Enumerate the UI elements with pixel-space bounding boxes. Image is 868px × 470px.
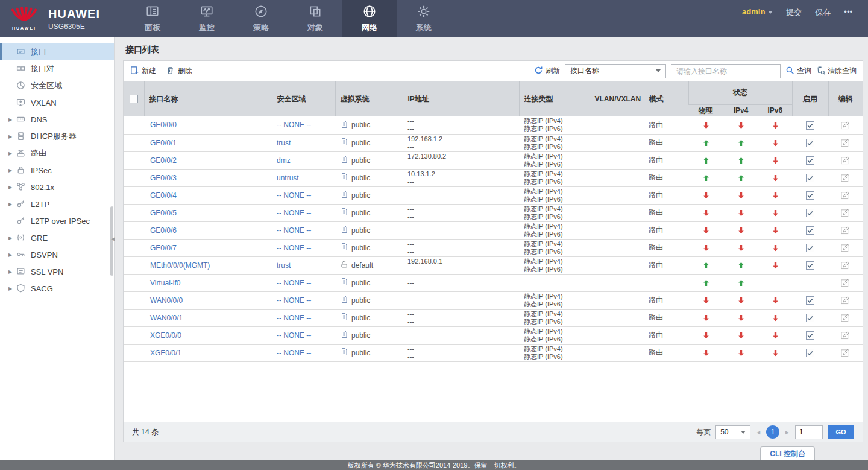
edit-button[interactable] bbox=[841, 208, 850, 217]
enable-checkbox[interactable] bbox=[806, 261, 814, 269]
column-header-vlan[interactable]: VLAN/VXLAN bbox=[590, 81, 644, 116]
security-zone-link[interactable]: -- NONE -- bbox=[277, 226, 311, 235]
expand-arrow-icon[interactable]: ▶ bbox=[8, 202, 16, 207]
expand-arrow-icon[interactable]: ▶ bbox=[8, 168, 16, 173]
security-zone-link[interactable]: dmz bbox=[277, 156, 291, 165]
edit-button[interactable] bbox=[841, 278, 850, 287]
interface-name-link[interactable]: GE0/0/0 bbox=[150, 121, 177, 129]
current-page-badge[interactable]: 1 bbox=[766, 425, 779, 439]
security-zone-link[interactable]: -- NONE -- bbox=[277, 244, 311, 252]
edit-button[interactable] bbox=[841, 121, 850, 129]
sidebar-item-dot1x[interactable]: ▶802.1x bbox=[0, 179, 114, 195]
sidebar-item-dhcp-server[interactable]: ▶DHCP服务器 bbox=[0, 128, 114, 145]
expand-arrow-icon[interactable]: ▶ bbox=[8, 134, 16, 139]
edit-button[interactable] bbox=[841, 243, 850, 252]
clear-query-button[interactable]: 清除查询 bbox=[816, 66, 857, 77]
column-header-ip[interactable]: IP地址 bbox=[403, 81, 519, 116]
interface-name-link[interactable]: WAN0/0/0 bbox=[150, 296, 183, 305]
expand-arrow-icon[interactable]: ▶ bbox=[8, 151, 16, 156]
security-zone-link[interactable]: -- NONE -- bbox=[277, 296, 311, 305]
expand-arrow-icon[interactable]: ▶ bbox=[8, 252, 16, 258]
prev-page-button[interactable]: ◄ bbox=[755, 429, 761, 436]
column-header-ipv4[interactable]: IPv4 bbox=[723, 104, 758, 116]
enable-checkbox[interactable] bbox=[806, 348, 814, 357]
enable-checkbox[interactable] bbox=[806, 208, 814, 217]
more-menu-button[interactable]: ••• bbox=[844, 7, 852, 16]
column-header-enable[interactable]: 启用 bbox=[792, 81, 828, 116]
enable-checkbox[interactable] bbox=[806, 226, 814, 234]
expand-arrow-icon[interactable]: ▶ bbox=[8, 269, 16, 275]
filter-field-select[interactable]: 接口名称 bbox=[565, 64, 666, 78]
edit-button[interactable] bbox=[841, 348, 850, 357]
interface-name-link[interactable]: GE0/0/1 bbox=[150, 139, 177, 147]
interface-name-link[interactable]: GE0/0/7 bbox=[150, 244, 177, 252]
enable-checkbox[interactable] bbox=[806, 156, 814, 164]
nav-tab-policy[interactable]: 策略 bbox=[234, 0, 288, 37]
security-zone-link[interactable]: -- NONE -- bbox=[277, 331, 311, 340]
expand-arrow-icon[interactable]: ▶ bbox=[8, 117, 16, 122]
edit-button[interactable] bbox=[841, 261, 850, 269]
interface-name-link[interactable]: GE0/0/6 bbox=[150, 226, 177, 235]
security-zone-link[interactable]: -- NONE -- bbox=[277, 121, 311, 129]
security-zone-link[interactable]: -- NONE -- bbox=[277, 191, 311, 200]
next-page-button[interactable]: ► bbox=[784, 429, 790, 436]
expand-arrow-icon[interactable]: ▶ bbox=[8, 185, 16, 190]
delete-button[interactable]: 删除 bbox=[166, 66, 192, 77]
interface-name-link[interactable]: GE0/0/3 bbox=[150, 174, 177, 182]
save-button[interactable]: 保存 bbox=[815, 7, 831, 18]
nav-tab-network[interactable]: 网络 bbox=[342, 0, 397, 37]
enable-checkbox[interactable] bbox=[806, 243, 814, 252]
enable-checkbox[interactable] bbox=[806, 296, 814, 304]
interface-name-link[interactable]: MEth0/0/0(MGMT) bbox=[150, 261, 210, 270]
go-button[interactable]: GO bbox=[828, 425, 854, 439]
interface-name-link[interactable]: GE0/0/4 bbox=[150, 191, 177, 200]
sidebar-item-ssl-vpn[interactable]: ▶SSL VPN bbox=[0, 263, 114, 280]
sidebar-item-interface[interactable]: 接口 bbox=[0, 43, 114, 60]
sidebar-item-gre[interactable]: ▶GRE bbox=[0, 229, 114, 246]
sidebar-item-l2tp[interactable]: ▶L2TP bbox=[0, 195, 114, 212]
enable-checkbox[interactable] bbox=[806, 121, 814, 129]
enable-checkbox[interactable] bbox=[806, 138, 814, 147]
sidebar-item-dsvpn[interactable]: ▶DSVPN bbox=[0, 246, 114, 263]
security-zone-link[interactable]: -- NONE -- bbox=[277, 349, 311, 357]
edit-button[interactable] bbox=[841, 226, 850, 234]
edit-button[interactable] bbox=[841, 191, 850, 199]
sidebar-item-sacg[interactable]: ▶SACG bbox=[0, 280, 114, 297]
edit-button[interactable] bbox=[841, 138, 850, 147]
column-header-conn[interactable]: 连接类型 bbox=[519, 81, 590, 116]
security-zone-link[interactable]: -- NONE -- bbox=[277, 314, 311, 322]
security-zone-link[interactable]: trust bbox=[277, 139, 291, 147]
interface-name-link[interactable]: XGE0/0/1 bbox=[150, 349, 181, 357]
sidebar-item-l2tp-over-ipsec[interactable]: L2TP over IPSec bbox=[0, 212, 114, 229]
enable-checkbox[interactable] bbox=[806, 173, 814, 182]
edit-button[interactable] bbox=[841, 313, 850, 322]
nav-tab-monitor[interactable]: 监控 bbox=[180, 0, 234, 37]
interface-name-link[interactable]: GE0/0/5 bbox=[150, 209, 177, 217]
nav-tab-system[interactable]: 系统 bbox=[397, 0, 451, 37]
sidebar-item-vxlan[interactable]: VXLAN bbox=[0, 94, 114, 111]
refresh-button[interactable]: 刷新 bbox=[534, 66, 560, 77]
query-button[interactable]: 查询 bbox=[785, 66, 811, 77]
edit-button[interactable] bbox=[841, 331, 850, 339]
sidebar-item-ipsec[interactable]: ▶IPSec bbox=[0, 162, 114, 179]
search-input[interactable] bbox=[671, 64, 781, 78]
edit-button[interactable] bbox=[841, 156, 850, 164]
goto-page-input[interactable] bbox=[795, 425, 823, 439]
nav-tab-object[interactable]: 对象 bbox=[288, 0, 342, 37]
sidebar-item-route[interactable]: ▶路由 bbox=[0, 145, 114, 162]
submit-button[interactable]: 提交 bbox=[786, 7, 802, 18]
column-header-zone[interactable]: 安全区域 bbox=[272, 81, 335, 116]
enable-checkbox[interactable] bbox=[806, 191, 814, 199]
edit-button[interactable] bbox=[841, 296, 850, 304]
enable-checkbox[interactable] bbox=[806, 331, 814, 339]
enable-checkbox[interactable] bbox=[806, 313, 814, 322]
per-page-select[interactable]: 50 bbox=[715, 425, 750, 439]
sidebar-item-security-zone[interactable]: 安全区域 bbox=[0, 77, 114, 94]
column-header-name[interactable]: 接口名称 bbox=[144, 81, 272, 116]
nav-tab-dashboard[interactable]: 面板 bbox=[125, 0, 180, 37]
interface-name-link[interactable]: GE0/0/2 bbox=[150, 156, 177, 165]
interface-name-link[interactable]: WAN0/0/1 bbox=[150, 314, 183, 322]
security-zone-link[interactable]: trust bbox=[277, 261, 291, 270]
select-all-checkbox[interactable] bbox=[130, 95, 138, 103]
column-header-mode[interactable]: 模式 bbox=[644, 81, 688, 116]
